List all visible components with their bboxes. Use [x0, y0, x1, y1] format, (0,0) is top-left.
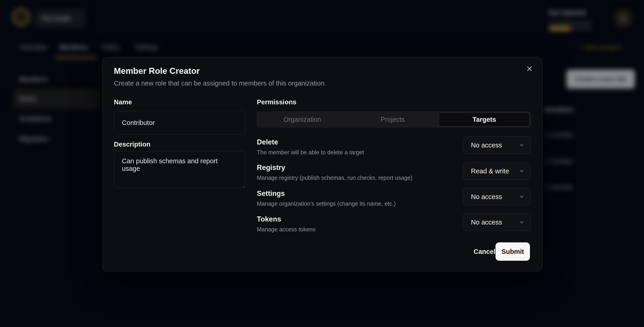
permission-title: Delete [257, 138, 459, 146]
permission-title: Settings [257, 189, 459, 198]
select-value: No access [471, 219, 502, 226]
permissions-label: Permissions [257, 98, 296, 106]
dialog-title: Member Role Creator [114, 66, 200, 76]
chevron-down-icon [519, 219, 525, 225]
permission-tab-projects[interactable]: Projects [348, 112, 438, 127]
name-input[interactable] [114, 111, 245, 135]
permission-tab-targets[interactable]: Targets [439, 113, 530, 126]
chevron-down-icon [519, 168, 525, 174]
close-icon[interactable]: ✕ [524, 63, 536, 75]
permission-description: Manage registry (publish schemas, run ch… [257, 175, 459, 181]
settings-access-select[interactable]: No access [463, 188, 531, 205]
permission-row-registry: Registry Manage registry (publish schema… [257, 163, 459, 181]
permission-row-settings: Settings Manage organization's settings … [257, 189, 459, 207]
description-textarea[interactable]: Can publish schemas and report usage [114, 151, 245, 188]
permission-tab-organization[interactable]: Organization [257, 112, 348, 127]
permission-title: Registry [257, 163, 459, 172]
dialog-subtitle: Create a new role that can be assigned t… [114, 80, 326, 87]
submit-button[interactable]: Submit [496, 242, 530, 261]
chevron-down-icon [519, 142, 525, 148]
permission-description: Manage organization's settings (change i… [257, 200, 459, 207]
tokens-access-select[interactable]: No access [463, 214, 531, 231]
app-root: The Guild Get Started 4 remaining tasks … [0, 0, 644, 327]
member-role-creator-dialog: ✕ Member Role Creator Create a new role … [102, 57, 542, 272]
permission-description: Manage access tokens [257, 226, 459, 233]
registry-access-select[interactable]: Read & write [463, 162, 531, 180]
select-value: No access [471, 193, 502, 201]
select-value: No access [471, 141, 502, 149]
description-label: Description [114, 141, 150, 148]
chevron-down-icon [519, 194, 525, 200]
name-label: Name [114, 98, 132, 106]
permission-row-delete: Delete The member will be able to delete… [257, 138, 459, 156]
permission-title: Tokens [257, 215, 459, 223]
delete-access-select[interactable]: No access [463, 136, 531, 154]
select-value: Read & write [471, 167, 509, 175]
permissions-tab-group: Organization Projects Targets [257, 111, 531, 127]
permission-description: The member will be able to delete a targ… [257, 149, 459, 156]
permission-row-tokens: Tokens Manage access tokens [257, 215, 459, 233]
